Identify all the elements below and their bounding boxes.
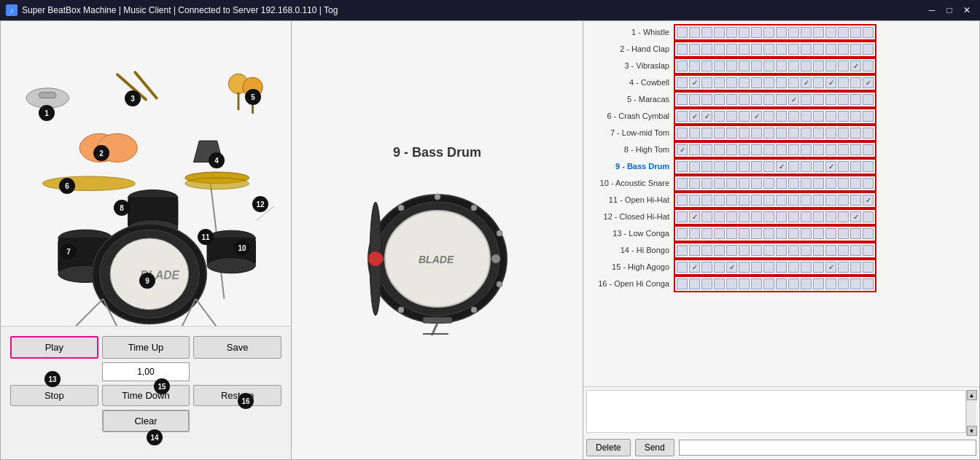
seq-cell-9-12[interactable] [813, 161, 824, 172]
seq-cell-4-3[interactable] [701, 77, 712, 88]
seq-cell-2-12[interactable] [813, 44, 824, 55]
seq-cell-4-4[interactable] [714, 77, 725, 88]
seq-cell-3-14[interactable] [838, 61, 849, 71]
seq-cell-1-2[interactable] [689, 27, 700, 38]
seq-cell-6-13[interactable] [825, 111, 836, 122]
seq-cell-7-6[interactable] [739, 128, 750, 139]
seq-cell-11-2[interactable] [689, 195, 700, 206]
close-button[interactable]: ✕ [960, 3, 974, 17]
seq-cell-16-8[interactable] [763, 278, 774, 289]
time-down-button[interactable]: Time Down [102, 385, 190, 406]
seq-cell-2-2[interactable] [689, 44, 700, 55]
seq-cell-10-7[interactable] [751, 178, 762, 189]
seq-cell-14-5[interactable] [726, 245, 737, 256]
seq-cell-14-13[interactable] [825, 245, 836, 256]
seq-cell-7-4[interactable] [714, 128, 725, 139]
seq-cell-3-9[interactable] [776, 61, 787, 71]
scroll-up-button[interactable]: ▲ [967, 390, 977, 400]
kit-label-3[interactable]: 3 [125, 90, 141, 106]
kit-label-14[interactable]: 14 [147, 429, 163, 445]
seq-cell-2-7[interactable] [751, 44, 762, 55]
seq-cell-12-6[interactable] [739, 211, 750, 222]
seq-cell-5-3[interactable] [701, 94, 712, 105]
kit-label-9[interactable]: 9 [139, 273, 155, 289]
seq-cell-1-3[interactable] [701, 27, 712, 38]
play-button[interactable]: Play [10, 336, 98, 359]
seq-cell-12-5[interactable] [726, 211, 737, 222]
seq-cell-9-15[interactable] [850, 161, 861, 172]
seq-cell-16-4[interactable] [714, 278, 725, 289]
time-up-button[interactable]: Time Up [102, 336, 190, 359]
seq-cell-13-2[interactable] [689, 228, 700, 239]
seq-cell-15-16[interactable] [863, 262, 874, 273]
seq-cell-14-6[interactable] [739, 245, 750, 256]
seq-cell-8-11[interactable] [801, 144, 812, 155]
seq-cell-8-4[interactable] [714, 144, 725, 155]
seq-cell-8-15[interactable] [850, 144, 861, 155]
seq-label-16[interactable]: 16 - Open Hi Conga [586, 279, 674, 288]
seq-cell-14-11[interactable] [801, 245, 812, 256]
seq-cell-6-10[interactable] [788, 111, 799, 122]
seq-cell-10-8[interactable] [763, 178, 774, 189]
seq-cell-10-5[interactable] [726, 178, 737, 189]
seq-cell-16-9[interactable] [776, 278, 787, 289]
seq-cell-6-14[interactable] [838, 111, 849, 122]
seq-cell-8-1[interactable] [677, 144, 688, 155]
seq-cell-15-9[interactable] [776, 262, 787, 273]
seq-cell-4-15[interactable] [850, 77, 861, 88]
seq-cell-1-1[interactable] [677, 27, 688, 38]
seq-label-5[interactable]: 5 - Maracas [586, 95, 674, 104]
kit-label-5[interactable]: 5 [245, 89, 261, 105]
seq-label-10[interactable]: 10 - Acoustic Snare [586, 179, 674, 187]
seq-cell-3-1[interactable] [677, 61, 688, 71]
seq-cell-7-15[interactable] [850, 128, 861, 139]
seq-cell-16-15[interactable] [850, 278, 861, 289]
seq-cell-3-2[interactable] [689, 61, 700, 71]
kit-label-8[interactable]: 8 [114, 200, 130, 216]
seq-cell-12-1[interactable] [677, 211, 688, 222]
seq-cell-11-3[interactable] [701, 195, 712, 206]
kit-label-2[interactable]: 2 [93, 145, 109, 161]
seq-cell-11-16[interactable] [863, 195, 874, 206]
seq-cell-12-12[interactable] [813, 211, 824, 222]
seq-cell-3-10[interactable] [788, 61, 799, 71]
scroll-down-button[interactable]: ▼ [967, 426, 977, 436]
seq-cell-12-14[interactable] [838, 211, 849, 222]
seq-cell-7-12[interactable] [813, 128, 824, 139]
seq-cell-3-16[interactable] [863, 61, 874, 71]
seq-cell-3-12[interactable] [813, 61, 824, 71]
seq-cell-2-3[interactable] [701, 44, 712, 55]
seq-cell-12-16[interactable] [863, 211, 874, 222]
seq-cell-10-12[interactable] [813, 178, 824, 189]
seq-label-8[interactable]: 8 - High Tom [586, 145, 674, 154]
seq-cell-16-11[interactable] [801, 278, 812, 289]
seq-cell-2-16[interactable] [863, 44, 874, 55]
seq-cell-6-3[interactable] [701, 111, 712, 122]
seq-cell-7-16[interactable] [863, 128, 874, 139]
seq-label-3[interactable]: 3 - Vibraslap [586, 61, 674, 70]
seq-cell-12-3[interactable] [701, 211, 712, 222]
seq-cell-15-13[interactable] [825, 262, 836, 273]
seq-cell-10-14[interactable] [838, 178, 849, 189]
seq-cell-1-9[interactable] [776, 27, 787, 38]
seq-cell-2-1[interactable] [677, 44, 688, 55]
seq-cell-6-16[interactable] [863, 111, 874, 122]
seq-cell-2-6[interactable] [739, 44, 750, 55]
seq-cell-5-2[interactable] [689, 94, 700, 105]
seq-cell-11-8[interactable] [763, 195, 774, 206]
seq-cell-1-14[interactable] [838, 27, 849, 38]
seq-cell-2-10[interactable] [788, 44, 799, 55]
seq-cell-2-15[interactable] [850, 44, 861, 55]
seq-cell-10-13[interactable] [825, 178, 836, 189]
seq-cell-14-15[interactable] [850, 245, 861, 256]
delete-button[interactable]: Delete [586, 439, 631, 456]
seq-cell-4-9[interactable] [776, 77, 787, 88]
seq-cell-4-14[interactable] [838, 77, 849, 88]
seq-cell-1-13[interactable] [825, 27, 836, 38]
seq-cell-8-14[interactable] [838, 144, 849, 155]
seq-cell-16-12[interactable] [813, 278, 824, 289]
seq-cell-12-4[interactable] [714, 211, 725, 222]
message-input[interactable] [679, 440, 976, 456]
seq-cell-11-13[interactable] [825, 195, 836, 206]
kit-label-1[interactable]: 1 [39, 105, 55, 121]
